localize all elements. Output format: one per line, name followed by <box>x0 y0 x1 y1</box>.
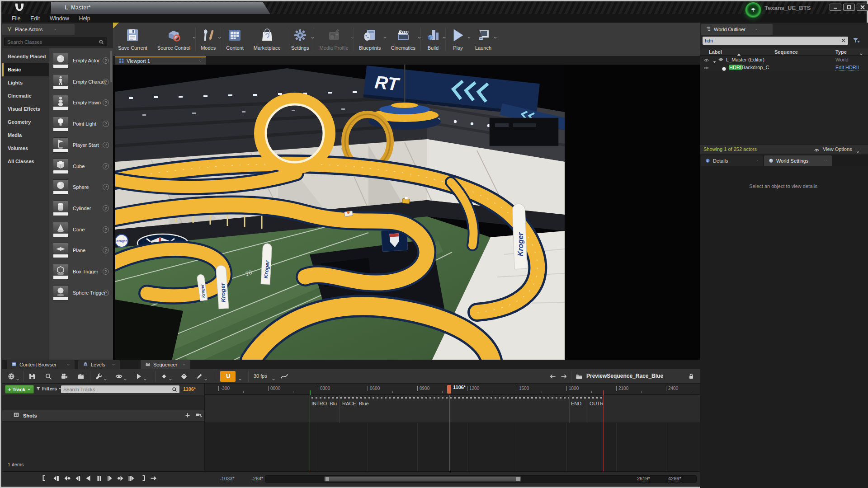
keyframe-dot[interactable] <box>417 397 419 399</box>
column-label[interactable]: Label <box>709 49 722 55</box>
keyframe-dot[interactable] <box>539 397 541 399</box>
toolbar-blueprints-button[interactable]: Blueprints <box>354 23 386 56</box>
browse-sequence-icon[interactable] <box>576 373 583 382</box>
menu-window[interactable]: Window <box>45 15 74 22</box>
keyframe-dot[interactable] <box>466 397 468 399</box>
keyframe-dot[interactable] <box>511 397 513 399</box>
keyframe-dot[interactable] <box>328 397 330 399</box>
actor-item-cylinder[interactable]: Cylinder? <box>49 198 113 219</box>
actor-item-empty-charact[interactable]: Empty Charact? <box>49 71 113 92</box>
keyframe-dot[interactable] <box>454 397 456 399</box>
toolbar-modes-button[interactable]: Modes <box>196 23 221 56</box>
edit-hdri-link[interactable]: Edit HDRII <box>835 65 859 70</box>
menu-edit[interactable]: Edit <box>25 15 45 22</box>
toolbar-save-current-button[interactable]: Save Current <box>113 23 152 56</box>
curve-editor-icon[interactable] <box>281 373 288 382</box>
keyframe-dot[interactable] <box>409 397 411 399</box>
sequencer-search[interactable] <box>61 385 179 393</box>
save-sequence-icon[interactable] <box>28 373 36 382</box>
toolbar-settings-button[interactable]: Settings <box>286 23 314 56</box>
keyframe-dot[interactable] <box>356 397 358 399</box>
navigate-back-icon[interactable] <box>549 373 557 382</box>
keyframe-dot[interactable] <box>531 397 533 399</box>
help-icon[interactable]: ? <box>103 163 109 169</box>
scrollbar-grip-right[interactable] <box>516 477 520 481</box>
keyframe-dot[interactable] <box>442 397 443 399</box>
outliner-search[interactable] <box>703 37 848 45</box>
toolbar-content-button[interactable]: Content <box>221 23 249 56</box>
chevron-down-icon[interactable] <box>238 375 242 383</box>
actor-item-player-start[interactable]: Player Start? <box>49 135 113 155</box>
view-options-eye-icon[interactable] <box>814 147 820 155</box>
current-time-display[interactable]: 1106* <box>183 386 196 392</box>
scrollbar-thumb[interactable] <box>110 51 112 82</box>
keyframe-dot[interactable] <box>527 397 529 399</box>
keyframe-dot[interactable] <box>311 397 313 399</box>
chevron-down-icon[interactable] <box>493 33 497 42</box>
keyframe-dot[interactable] <box>486 397 488 399</box>
add-shot-icon[interactable] <box>185 412 190 420</box>
chevron-down-icon[interactable] <box>104 375 107 383</box>
category-cinematic[interactable]: Cinematic <box>2 89 49 103</box>
keyframe-dot[interactable] <box>572 397 574 399</box>
keyframe-dot[interactable] <box>600 397 602 399</box>
keyframe-dot[interactable] <box>340 397 342 399</box>
shot-section-label[interactable]: INTRO_Blu <box>311 401 340 406</box>
tab-details[interactable]: Details <box>701 155 763 166</box>
keyframe-dot[interactable] <box>592 397 594 399</box>
chevron-down-icon[interactable] <box>112 362 115 367</box>
keyframe-dot[interactable] <box>360 397 362 399</box>
keyframe-dot[interactable] <box>446 397 448 399</box>
menu-file[interactable]: File <box>7 15 25 22</box>
help-icon[interactable]: ? <box>103 247 109 253</box>
keyframe-dot[interactable] <box>482 397 484 399</box>
playback-options-icon[interactable] <box>135 373 142 382</box>
keyframe-dot[interactable] <box>519 397 521 399</box>
keyframe-dot[interactable] <box>425 397 427 399</box>
chevron-down-icon[interactable] <box>143 375 147 383</box>
help-icon[interactable]: ? <box>103 226 109 233</box>
tab-place-actors[interactable]: Place Actors <box>2 24 75 35</box>
help-icon[interactable]: ? <box>103 205 109 211</box>
transport-previous-key-button[interactable] <box>63 475 71 483</box>
keyframe-dot[interactable] <box>576 397 578 399</box>
playhead-line[interactable] <box>449 395 449 471</box>
help-icon[interactable]: ? <box>103 268 109 275</box>
outliner-search-input[interactable] <box>705 38 826 43</box>
category-visual-effects[interactable]: Visual Effects <box>2 103 49 116</box>
playback-start-marker[interactable] <box>310 390 311 395</box>
keyframe-dot[interactable] <box>474 397 476 399</box>
keyframe-dot[interactable] <box>429 397 431 399</box>
chevron-down-icon[interactable] <box>204 375 208 383</box>
help-icon[interactable]: ? <box>103 290 109 296</box>
keyframe-dot[interactable] <box>401 397 403 399</box>
level-tab[interactable]: L_Master* <box>51 2 270 14</box>
category-geometry[interactable]: Geometry <box>2 116 49 129</box>
minimize-button[interactable] <box>830 4 841 11</box>
add-filter-icon[interactable] <box>853 37 860 46</box>
keyframe-dot[interactable] <box>458 397 460 399</box>
create-camera-icon[interactable] <box>61 373 68 382</box>
keyframe-dot[interactable] <box>535 397 537 399</box>
keyframe-dot[interactable] <box>515 397 517 399</box>
view-options-button[interactable]: View Options <box>823 146 852 152</box>
keyframe-dot[interactable] <box>373 397 374 399</box>
timeline-ruler[interactable]: -300000003000600090012001500180021002400… <box>205 384 700 395</box>
chevron-down-icon[interactable] <box>182 362 186 367</box>
place-actors-search-input[interactable] <box>7 39 90 45</box>
category-volumes[interactable]: Volumes <box>2 142 49 155</box>
keyframe-dot[interactable] <box>413 397 415 399</box>
keyframe-dot[interactable] <box>499 397 500 399</box>
keyframe-dot[interactable] <box>478 397 480 399</box>
range-start-out[interactable]: -1033* <box>220 476 234 482</box>
keyframe-dot[interactable] <box>368 397 370 399</box>
shots-track-lane[interactable] <box>205 395 700 423</box>
transport-jump-to-end-button[interactable] <box>139 475 146 483</box>
toolbar-marketplace-button[interactable]: Marketplace <box>249 23 286 56</box>
range-start-in[interactable]: -284* <box>251 476 263 482</box>
keyframe-dot[interactable] <box>332 397 334 399</box>
shot-section-label[interactable]: OUTR <box>590 401 603 406</box>
chevron-down-icon[interactable] <box>16 375 19 383</box>
playhead-marker[interactable] <box>447 385 451 394</box>
toolbar-cinematics-button[interactable]: Cinematics <box>386 23 420 56</box>
